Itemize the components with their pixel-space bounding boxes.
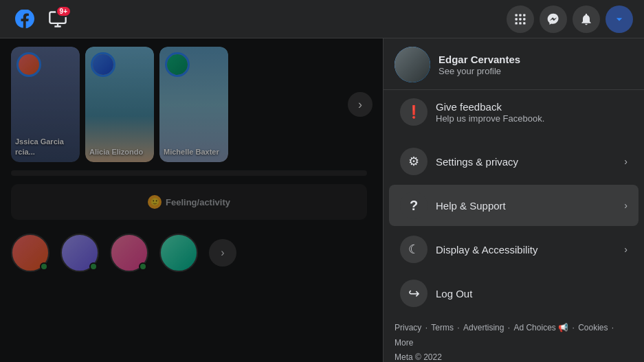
profile-name: Edgar Cervantes — [438, 54, 520, 65]
footer-link-advertising[interactable]: Advertising — [463, 323, 504, 332]
settings-chevron: › — [624, 156, 628, 167]
profile-avatar-image — [395, 47, 430, 82]
stories-row: Jssica Garcia rcia... Alicia Elizondo Mi… — [0, 38, 378, 170]
svg-rect-1 — [515, 14, 518, 16]
profile-info: Edgar Cervantes See your profile — [438, 54, 520, 76]
feeling-icon: 🙂 — [148, 195, 162, 209]
svg-rect-9 — [523, 22, 525, 24]
menu-item-display[interactable]: ☾ Display & Accessibility › — [389, 229, 639, 270]
grid-icon-button[interactable] — [507, 5, 534, 33]
footer-link-terms[interactable]: Terms — [431, 323, 454, 332]
scroll-bar — [11, 170, 367, 176]
story-avatar-3 — [165, 52, 190, 77]
story-card-3[interactable]: Michelle Baxter — [159, 47, 228, 162]
top-nav: 9+ — [0, 0, 644, 38]
friend-item-3[interactable] — [110, 234, 148, 272]
menu-item-settings[interactable]: ⚙ Settings & privacy › — [389, 141, 639, 182]
friends-next-button[interactable]: › — [209, 239, 236, 267]
help-icon: ? — [400, 192, 428, 219]
footer-links: Privacy · Terms · Advertising · Ad Choic… — [384, 315, 644, 362]
display-title: Display & Accessibility — [436, 244, 624, 256]
friend-item-4[interactable] — [159, 234, 198, 272]
notification-badge: 9+ — [56, 5, 71, 17]
story-avatar-2 — [91, 52, 115, 77]
profile-see-link[interactable]: See your profile — [438, 66, 520, 76]
menu-item-logout[interactable]: ↪ Log Out — [389, 273, 639, 314]
footer-link-cookies[interactable]: Cookies — [578, 323, 608, 332]
svg-rect-3 — [523, 14, 525, 16]
display-icon: ☾ — [400, 236, 428, 263]
help-chevron: › — [624, 200, 628, 211]
story-card-2[interactable]: Alicia Elizondo — [85, 47, 154, 162]
notifications-icon-button[interactable] — [573, 5, 600, 33]
display-chevron: › — [624, 244, 628, 255]
nav-left: 9+ — [11, 5, 71, 33]
svg-rect-5 — [519, 18, 521, 20]
svg-rect-8 — [519, 22, 521, 24]
settings-icon: ⚙ — [400, 148, 428, 175]
settings-title: Settings & privacy — [436, 156, 624, 168]
post-actions: 🙂 Feeling/activity — [19, 191, 359, 213]
friend-item-2[interactable] — [60, 234, 99, 272]
logout-text: Log Out — [436, 288, 628, 299]
profile-avatar — [395, 47, 430, 82]
story-avatar-1 — [16, 52, 41, 77]
friend-online-2 — [89, 262, 98, 271]
menu-item-help[interactable]: ? Help & Support › — [389, 185, 639, 226]
friend-avatar-wrap-2 — [60, 234, 99, 272]
logout-icon: ↪ — [400, 280, 428, 307]
profile-header[interactable]: Edgar Cervantes See your profile — [384, 38, 644, 90]
help-title: Help & Support — [436, 200, 624, 212]
friend-online-1 — [40, 262, 48, 271]
story-label-2: Alicia Elizondo — [89, 147, 150, 157]
feedback-subtitle: Help us improve Facebook. — [436, 113, 628, 124]
story-card-1[interactable]: Jssica Garcia rcia... — [11, 47, 80, 162]
watch-button[interactable]: 9+ — [44, 5, 71, 33]
post-box: 🙂 Feeling/activity — [11, 184, 367, 220]
display-text: Display & Accessibility — [436, 244, 624, 256]
svg-rect-2 — [519, 14, 521, 16]
footer-link-adchoices[interactable]: Ad Choices — [513, 323, 555, 332]
friend-avatar-wrap-1 — [11, 234, 49, 272]
feeling-activity-button[interactable]: 🙂 Feeling/activity — [19, 191, 359, 213]
menu-item-feedback[interactable]: ❗ Give feedback Help us improve Facebook… — [389, 91, 639, 133]
home-logo[interactable] — [11, 5, 38, 33]
friend-online-3 — [139, 262, 147, 271]
nav-right — [507, 5, 633, 33]
feedback-text: Give feedback Help us improve Facebook. — [436, 101, 628, 124]
friend-avatar-wrap-4 — [159, 234, 198, 272]
help-text: Help & Support — [436, 200, 624, 212]
friend-avatar-4 — [159, 234, 198, 272]
settings-text: Settings & privacy — [436, 156, 624, 168]
story-label-1: Jssica Garcia rcia... — [15, 137, 76, 157]
feedback-icon: ❗ — [400, 98, 428, 126]
svg-rect-4 — [515, 18, 518, 20]
footer-link-more[interactable]: More — [395, 338, 413, 348]
friend-item-1[interactable] — [11, 234, 49, 272]
dropdown-panel: Edgar Cervantes See your profile ❗ Give … — [383, 38, 644, 362]
main-content: Jssica Garcia rcia... Alicia Elizondo Mi… — [0, 38, 378, 362]
story-label-3: Michelle Baxter — [164, 147, 224, 157]
friends-row: › — [0, 228, 378, 278]
svg-rect-6 — [523, 18, 525, 20]
stories-next-button[interactable]: › — [348, 92, 373, 117]
svg-rect-7 — [515, 22, 518, 24]
account-menu-button[interactable] — [606, 5, 633, 33]
logout-title: Log Out — [436, 288, 628, 299]
messenger-icon-button[interactable] — [540, 5, 567, 33]
friend-avatar-wrap-3 — [110, 234, 148, 272]
feedback-title: Give feedback — [436, 101, 628, 113]
footer-meta: Meta © 2022 — [395, 352, 442, 362]
footer-link-privacy[interactable]: Privacy — [395, 323, 421, 332]
